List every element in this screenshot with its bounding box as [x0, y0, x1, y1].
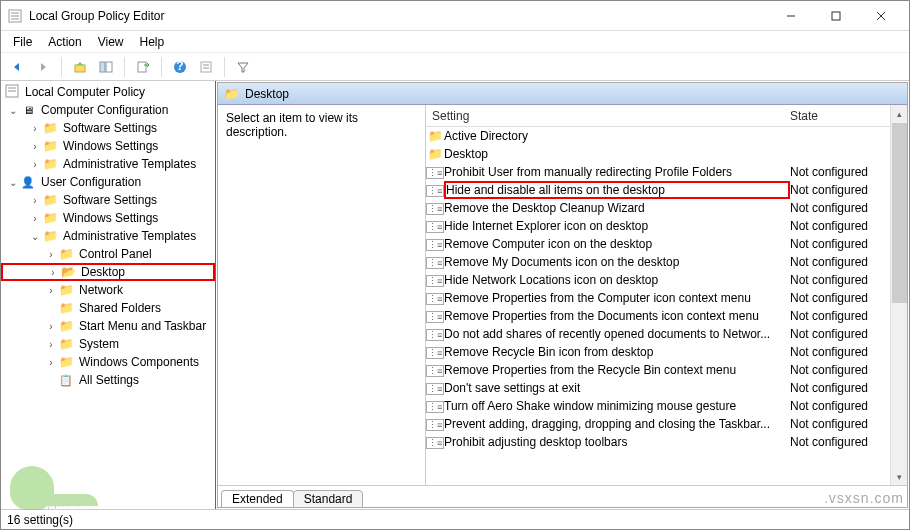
- show-hide-tree-button[interactable]: [94, 55, 118, 79]
- svg-rect-8: [75, 65, 85, 72]
- list-row[interactable]: Hide and disable all items on the deskto…: [426, 181, 890, 199]
- tree-user-config[interactable]: ⌄ User Configuration: [1, 173, 215, 191]
- list-row[interactable]: Remove Computer icon on the desktopNot c…: [426, 235, 890, 253]
- list-body[interactable]: 📁Active Directory📁DesktopProhibit User f…: [426, 127, 890, 485]
- tree-label: System: [77, 337, 121, 351]
- tree-item[interactable]: ›📁Software Settings: [1, 191, 215, 209]
- menu-file[interactable]: File: [5, 33, 40, 51]
- svg-rect-11: [138, 62, 146, 72]
- list-row[interactable]: Do not add shares of recently opened doc…: [426, 325, 890, 343]
- folder-icon: 📁: [58, 301, 74, 315]
- folder-icon: 📁: [224, 87, 239, 101]
- collapse-icon[interactable]: ⌄: [7, 177, 19, 188]
- list-row[interactable]: Don't save settings at exitNot configure…: [426, 379, 890, 397]
- main-area: Local Computer Policy ⌄ Computer Configu…: [1, 81, 909, 509]
- policy-setting-icon: [426, 219, 444, 233]
- list-row[interactable]: Hide Internet Explorer icon on desktopNo…: [426, 217, 890, 235]
- setting-name: Hide Network Locations icon on desktop: [444, 273, 790, 287]
- scroll-thumb[interactable]: [892, 123, 907, 303]
- expand-icon[interactable]: ›: [47, 267, 59, 278]
- tree-root[interactable]: Local Computer Policy: [1, 83, 215, 101]
- list-row[interactable]: Remove My Documents icon on the desktopN…: [426, 253, 890, 271]
- maximize-button[interactable]: [813, 2, 858, 30]
- header-setting[interactable]: Setting: [426, 109, 790, 123]
- minimize-button[interactable]: [768, 2, 813, 30]
- expand-icon[interactable]: ›: [45, 339, 57, 350]
- list-row[interactable]: Prohibit User from manually redirecting …: [426, 163, 890, 181]
- tree-item[interactable]: ›📁Windows Settings: [1, 209, 215, 227]
- app-icon: [7, 8, 23, 24]
- tree-label: Network: [77, 283, 125, 297]
- tree-item-desktop[interactable]: ›📂Desktop: [1, 263, 215, 281]
- help-button[interactable]: ?: [168, 55, 192, 79]
- expand-icon[interactable]: ›: [45, 357, 57, 368]
- description-column: Select an item to view its description.: [218, 105, 426, 485]
- expand-icon[interactable]: ›: [29, 159, 41, 170]
- list-row[interactable]: Turn off Aero Shake window minimizing mo…: [426, 397, 890, 415]
- list-row[interactable]: Remove Properties from the Computer icon…: [426, 289, 890, 307]
- collapse-icon[interactable]: ⌄: [7, 105, 19, 116]
- tree-item[interactable]: ›📁Windows Settings: [1, 137, 215, 155]
- status-bar: 16 setting(s): [1, 509, 909, 529]
- expand-icon[interactable]: ›: [29, 195, 41, 206]
- tree-pane[interactable]: Local Computer Policy ⌄ Computer Configu…: [1, 81, 216, 509]
- list-row[interactable]: Remove Properties from the Documents ico…: [426, 307, 890, 325]
- list-row[interactable]: 📁Desktop: [426, 145, 890, 163]
- scroll-down-button[interactable]: ▾: [891, 468, 907, 485]
- tree-item[interactable]: ›📁Control Panel: [1, 245, 215, 263]
- setting-state: Not configured: [790, 201, 890, 215]
- tree-item[interactable]: ›📁Windows Components: [1, 353, 215, 371]
- breadcrumb-label: Desktop: [245, 87, 289, 101]
- list-row[interactable]: 📁Active Directory: [426, 127, 890, 145]
- expand-icon[interactable]: ›: [29, 213, 41, 224]
- expand-icon[interactable]: ›: [29, 123, 41, 134]
- tree-item[interactable]: All Settings: [1, 371, 215, 389]
- setting-name: Don't save settings at exit: [444, 381, 790, 395]
- tree-item[interactable]: ›📁Software Settings: [1, 119, 215, 137]
- menu-action[interactable]: Action: [40, 33, 89, 51]
- list-row[interactable]: Remove Properties from the Recycle Bin c…: [426, 361, 890, 379]
- policy-setting-icon: [426, 435, 444, 449]
- close-button[interactable]: [858, 2, 903, 30]
- tree-item[interactable]: ›📁System: [1, 335, 215, 353]
- collapse-icon[interactable]: ⌄: [29, 231, 41, 242]
- tree-item[interactable]: ›📁Administrative Templates: [1, 155, 215, 173]
- export-button[interactable]: [131, 55, 155, 79]
- tab-extended[interactable]: Extended: [221, 490, 294, 508]
- expand-icon[interactable]: ›: [45, 285, 57, 296]
- setting-state: Not configured: [790, 309, 890, 323]
- policy-setting-icon: [426, 255, 444, 269]
- computer-icon: [20, 103, 36, 117]
- toolbar-separator: [224, 57, 225, 77]
- filter-button[interactable]: [231, 55, 255, 79]
- svg-rect-14: [201, 62, 211, 72]
- window-title: Local Group Policy Editor: [29, 9, 164, 23]
- tree-item[interactable]: ›📁Network: [1, 281, 215, 299]
- tab-standard[interactable]: Standard: [293, 490, 364, 508]
- tree-item[interactable]: ›📁Start Menu and Taskbar: [1, 317, 215, 335]
- list-header[interactable]: Setting State: [426, 105, 890, 127]
- description-text: Select an item to view its description.: [226, 111, 358, 139]
- expand-icon[interactable]: ›: [29, 141, 41, 152]
- vertical-scrollbar[interactable]: ▴ ▾: [890, 105, 907, 485]
- back-button[interactable]: [5, 55, 29, 79]
- tree-admin-templates[interactable]: ⌄📁Administrative Templates: [1, 227, 215, 245]
- list-row[interactable]: Prohibit adjusting desktop toolbarsNot c…: [426, 433, 890, 451]
- expand-icon[interactable]: ›: [45, 249, 57, 260]
- tree-computer-config[interactable]: ⌄ Computer Configuration: [1, 101, 215, 119]
- list-row[interactable]: Hide Network Locations icon on desktopNo…: [426, 271, 890, 289]
- up-button[interactable]: [68, 55, 92, 79]
- folder-icon: 📁: [42, 157, 58, 171]
- menu-help[interactable]: Help: [132, 33, 173, 51]
- tree-item[interactable]: 📁Shared Folders: [1, 299, 215, 317]
- setting-state: Not configured: [790, 363, 890, 377]
- scroll-up-button[interactable]: ▴: [891, 105, 907, 122]
- header-state[interactable]: State: [790, 109, 890, 123]
- forward-button[interactable]: [31, 55, 55, 79]
- expand-icon[interactable]: ›: [45, 321, 57, 332]
- list-row[interactable]: Remove the Desktop Cleanup WizardNot con…: [426, 199, 890, 217]
- list-row[interactable]: Remove Recycle Bin icon from desktopNot …: [426, 343, 890, 361]
- menu-view[interactable]: View: [90, 33, 132, 51]
- list-row[interactable]: Prevent adding, dragging, dropping and c…: [426, 415, 890, 433]
- properties-button[interactable]: [194, 55, 218, 79]
